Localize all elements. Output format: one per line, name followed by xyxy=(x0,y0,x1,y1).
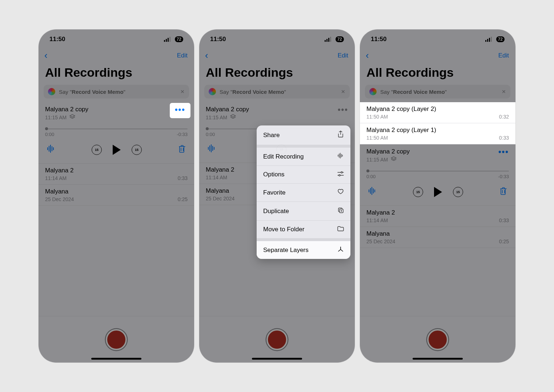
battery-icon: 72 xyxy=(175,36,183,42)
status-right: 72 xyxy=(485,36,505,43)
recording-duration: 0:25 xyxy=(499,239,509,244)
back-button[interactable]: ‹ xyxy=(204,50,210,61)
close-icon[interactable]: ✕ xyxy=(341,89,345,95)
siri-hint[interactable]: Say "Record Voice Memo" ✕ xyxy=(44,85,189,99)
home-indicator[interactable] xyxy=(252,358,302,360)
recording-title: Malyana 2 xyxy=(45,167,188,174)
home-indicator[interactable] xyxy=(413,358,463,360)
record-bar xyxy=(39,316,194,363)
more-button[interactable]: ••• xyxy=(170,103,190,118)
list-item[interactable]: Malyana 25 Dec 2024 0:25 xyxy=(39,185,194,206)
status-time: 11:50 xyxy=(49,36,65,43)
list-item-layer[interactable]: Malyana 2 copy (Layer 1) 11:50 AM 0:33 xyxy=(360,123,515,144)
siri-icon xyxy=(48,88,55,95)
recording-time: 11:15 AM xyxy=(206,115,227,120)
record-button[interactable] xyxy=(106,329,127,350)
waveform-icon[interactable] xyxy=(368,187,377,197)
menu-share[interactable]: Share xyxy=(257,125,350,145)
recording-title: Malyana 2 xyxy=(366,209,509,216)
svg-point-18 xyxy=(339,175,340,176)
recording-time: 25 Dec 2024 xyxy=(366,239,395,244)
menu-options[interactable]: Options xyxy=(257,166,350,184)
menu-separate-layers[interactable]: Separate Layers xyxy=(257,241,350,259)
record-button[interactable] xyxy=(266,329,288,350)
folder-icon xyxy=(337,226,344,233)
status-bar: 11:50 72 xyxy=(39,29,194,49)
play-button[interactable] xyxy=(434,187,442,197)
recording-duration: 0:33 xyxy=(499,135,509,141)
more-button[interactable]: ••• xyxy=(338,106,348,116)
siri-hint[interactable]: Say "Record Voice Memo" ✕ xyxy=(365,85,510,99)
close-icon[interactable]: ✕ xyxy=(502,89,506,95)
context-menu: Share Edit Recording Options Favorite D xyxy=(257,125,350,259)
list-item[interactable]: Malyana 2 11:14 AM 0:33 xyxy=(39,164,194,185)
menu-edit-recording[interactable]: Edit Recording xyxy=(257,148,350,166)
recording-title: Malyana 2 copy xyxy=(366,148,410,155)
recording-expanded[interactable]: Malyana 2 copy 11:15 AM ••• 0:00 -0:33 1… xyxy=(360,144,515,206)
menu-move-to-folder[interactable]: Move to Folder xyxy=(257,221,350,239)
menu-favorite[interactable]: Favorite xyxy=(257,184,350,202)
recording-time: 25 Dec 2024 xyxy=(45,196,74,202)
list-item[interactable]: Malyana 2 11:14 AM 0:33 xyxy=(360,206,515,227)
back-button[interactable]: ‹ xyxy=(364,50,370,61)
scrubber[interactable] xyxy=(45,128,188,129)
recording-duration: 0:33 xyxy=(178,175,188,181)
share-icon xyxy=(337,131,344,140)
siri-icon xyxy=(209,88,216,95)
edit-button[interactable]: Edit xyxy=(498,52,509,59)
time-current: 0:00 xyxy=(206,132,215,137)
siri-hint[interactable]: Say "Record Voice Memo" ✕ xyxy=(204,85,350,99)
recording-time: 11:50 AM xyxy=(366,135,388,141)
recording-duration: 0:33 xyxy=(499,217,509,223)
skip-forward-button[interactable]: 15 xyxy=(453,187,463,197)
siri-text: Say "Record Voice Memo" xyxy=(59,89,125,95)
home-indicator[interactable] xyxy=(91,358,141,360)
screen-1: 11:50 72 ‹ Edit All Recordings Say "Reco… xyxy=(39,29,194,363)
signal-icon xyxy=(485,37,492,42)
recording-duration: 0:25 xyxy=(178,196,188,202)
page-title: All Recordings xyxy=(199,63,355,83)
recording-time: 11:14 AM xyxy=(366,217,388,223)
svg-point-16 xyxy=(341,172,342,173)
list-item-layer[interactable]: Malyana 2 copy (Layer 2) 11:50 AM 0:32 xyxy=(360,102,515,123)
record-button[interactable] xyxy=(427,329,448,350)
sliders-icon xyxy=(337,171,344,178)
back-button[interactable]: ‹ xyxy=(43,50,49,61)
recording-title: Malyana xyxy=(45,188,188,195)
recording-time: 11:15 AM xyxy=(45,115,67,120)
recording-title: Malyana 2 copy (Layer 2) xyxy=(366,105,509,113)
status-right: 72 xyxy=(325,36,344,43)
menu-duplicate[interactable]: Duplicate xyxy=(257,202,350,221)
skip-forward-button[interactable]: 15 xyxy=(132,145,142,155)
recording-time: 11:14 AM xyxy=(45,175,67,181)
page-title: All Recordings xyxy=(39,63,194,83)
close-icon[interactable]: ✕ xyxy=(180,89,185,95)
recording-time: 11:14 AM xyxy=(206,175,227,180)
waveform-icon xyxy=(337,153,344,160)
time-current: 0:00 xyxy=(45,132,54,137)
more-button[interactable]: ••• xyxy=(498,148,509,158)
waveform-icon[interactable] xyxy=(207,144,216,155)
scrubber[interactable] xyxy=(366,171,509,172)
signal-icon xyxy=(325,37,331,42)
play-button[interactable] xyxy=(113,145,121,155)
recording-title: Malyana 2 copy (Layer 1) xyxy=(366,127,509,134)
list-item[interactable]: Malyana 25 Dec 2024 0:25 xyxy=(360,227,515,248)
record-bar xyxy=(360,316,515,363)
screen-3: 11:50 72 ‹ Edit All Recordings Say "Reco… xyxy=(360,29,515,363)
battery-icon: 72 xyxy=(496,36,505,42)
layers-icon xyxy=(391,156,397,163)
recording-duration: 0:32 xyxy=(499,114,509,120)
trash-icon[interactable] xyxy=(178,144,186,155)
waveform-icon[interactable] xyxy=(47,145,55,155)
status-bar: 11:50 72 xyxy=(360,29,515,49)
edit-button[interactable]: Edit xyxy=(338,52,348,59)
siri-text: Say "Record Voice Memo" xyxy=(380,89,447,95)
skip-back-button[interactable]: 15 xyxy=(413,187,423,197)
skip-back-button[interactable]: 15 xyxy=(92,145,102,155)
recording-title: Malyana 2 copy xyxy=(206,106,249,113)
trash-icon[interactable] xyxy=(499,187,507,197)
recording-expanded[interactable]: Malyana 2 copy 11:15 AM ••• 0:00 -0:33 1… xyxy=(39,102,194,164)
edit-button[interactable]: Edit xyxy=(177,52,188,59)
time-remaining: -0:33 xyxy=(498,174,509,179)
